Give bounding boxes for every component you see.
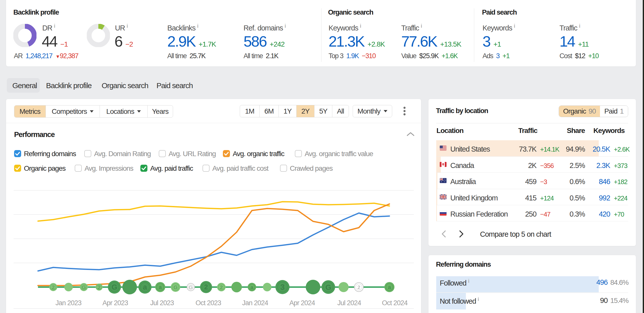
svg-text:2: 2	[220, 284, 223, 290]
svg-text:a: a	[388, 284, 391, 290]
svg-text:Jul 2024: Jul 2024	[337, 299, 361, 307]
svg-text:a: a	[159, 284, 162, 290]
svg-text:Apr 2024: Apr 2024	[289, 299, 315, 307]
svg-text:Jan 2024: Jan 2024	[242, 299, 268, 307]
svg-text:3: 3	[280, 283, 285, 292]
svg-text:G: G	[325, 283, 331, 291]
svg-text:Jul 2023: Jul 2023	[150, 299, 174, 307]
svg-text:G: G	[189, 284, 193, 290]
svg-text:a: a	[251, 284, 254, 290]
svg-text:Oct 2023: Oct 2023	[195, 299, 221, 307]
svg-text:G: G	[174, 284, 178, 290]
svg-text:G: G	[111, 283, 117, 291]
svg-text:2: 2	[98, 284, 101, 290]
svg-text:Jan 2023: Jan 2023	[55, 299, 81, 307]
svg-text:2: 2	[357, 284, 360, 290]
svg-text:2: 2	[204, 283, 208, 291]
svg-text:Oct 2024: Oct 2024	[382, 299, 408, 307]
svg-text:a: a	[143, 283, 147, 291]
svg-text:G: G	[82, 284, 86, 290]
svg-text:2: 2	[52, 284, 55, 290]
svg-text:Apr 2023: Apr 2023	[102, 299, 128, 307]
